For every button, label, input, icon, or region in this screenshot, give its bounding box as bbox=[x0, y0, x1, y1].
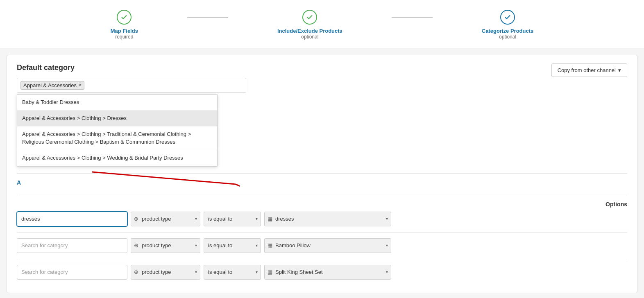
step-connector-1 bbox=[187, 17, 228, 18]
value-select-wrapper-0: ▦ dresses ▾ bbox=[264, 212, 391, 226]
step-include-exclude[interactable]: Include/Exclude Products optional bbox=[277, 10, 342, 40]
rule-search-2[interactable] bbox=[17, 265, 127, 280]
options-label: Options bbox=[605, 201, 627, 208]
divider-4 bbox=[17, 259, 627, 259]
operator-select-0[interactable]: is equal to bbox=[204, 212, 261, 226]
copy-from-channel-button[interactable]: Copy from other channel ▾ bbox=[551, 63, 627, 77]
main-content: Default category Copy from other channel… bbox=[7, 55, 637, 293]
step-map-fields-circle bbox=[117, 10, 132, 25]
step-include-exclude-subtitle: optional bbox=[277, 34, 342, 40]
product-type-select-1[interactable]: product type bbox=[131, 238, 200, 253]
divider-3 bbox=[17, 232, 627, 233]
product-type-select-wrapper-0: ⊕ product type ▾ bbox=[131, 212, 200, 226]
copy-btn-chevron: ▾ bbox=[618, 67, 621, 73]
default-category-tag: Apparel & Accessories × bbox=[20, 81, 84, 90]
section-a-label: A bbox=[17, 179, 21, 186]
value-select-0[interactable]: dresses bbox=[264, 212, 391, 226]
rules-header: Options bbox=[17, 201, 627, 208]
step-categorize-circle bbox=[500, 10, 515, 25]
value-select-wrapper-1: ▦ Bamboo Pillow ▾ bbox=[264, 238, 391, 253]
step-map-fields-subtitle: required bbox=[111, 34, 138, 40]
stepper: Map Fields required Include/Exclude Prod… bbox=[0, 0, 644, 48]
tag-close-button[interactable]: × bbox=[78, 82, 82, 88]
dropdown-item-3[interactable]: Apparel & Accessories > Clothing > Weddi… bbox=[17, 150, 217, 166]
operator-select-wrapper-2: is equal to ▾ bbox=[204, 265, 261, 280]
rule-row-2: ⊕ product type ▾ is equal to ▾ ▦ Split K… bbox=[17, 265, 627, 280]
category-dropdown: Baby & Toddler Dresses Apparel & Accesso… bbox=[17, 94, 218, 167]
section-title: Default category bbox=[17, 63, 627, 72]
step-map-fields-title: Map Fields bbox=[111, 28, 138, 34]
operator-select-1[interactable]: is equal to bbox=[204, 238, 261, 253]
step-categorize[interactable]: Categorize Products optional bbox=[482, 10, 533, 40]
operator-select-wrapper-1: is equal to ▾ bbox=[204, 238, 261, 253]
step-include-exclude-circle bbox=[302, 10, 317, 25]
step-connector-2 bbox=[392, 17, 433, 18]
dropdown-scroll[interactable]: Baby & Toddler Dresses Apparel & Accesso… bbox=[17, 95, 217, 166]
divider-1 bbox=[17, 173, 627, 174]
rule-search-0[interactable] bbox=[17, 212, 127, 226]
tag-label: Apparel & Accessories bbox=[23, 82, 77, 88]
step-include-exclude-title: Include/Exclude Products bbox=[277, 28, 342, 34]
value-select-wrapper-2: ▦ Split King Sheet Set ▾ bbox=[264, 265, 391, 280]
dropdown-item-1[interactable]: Apparel & Accessories > Clothing > Dress… bbox=[17, 111, 217, 126]
step-map-fields[interactable]: Map Fields required bbox=[111, 10, 138, 40]
copy-btn-label: Copy from other channel bbox=[558, 67, 616, 73]
product-type-select-2[interactable]: product type bbox=[131, 265, 200, 280]
dropdown-item-0[interactable]: Baby & Toddler Dresses bbox=[17, 95, 217, 111]
step-categorize-subtitle: optional bbox=[482, 34, 533, 40]
step-categorize-title: Categorize Products bbox=[482, 28, 533, 34]
operator-select-2[interactable]: is equal to bbox=[204, 265, 261, 280]
divider-2 bbox=[17, 195, 627, 195]
operator-select-wrapper-0: is equal to ▾ bbox=[204, 212, 261, 226]
product-type-select-0[interactable]: product type bbox=[131, 212, 200, 226]
product-type-select-wrapper-1: ⊕ product type ▾ bbox=[131, 238, 200, 253]
product-type-select-wrapper-2: ⊕ product type ▾ bbox=[131, 265, 200, 280]
default-category-input[interactable]: Apparel & Accessories × bbox=[17, 78, 246, 93]
rule-row-1: ⊕ product type ▾ is equal to ▾ ▦ Bamboo … bbox=[17, 238, 627, 253]
rule-search-1[interactable] bbox=[17, 238, 127, 253]
value-select-2[interactable]: Split King Sheet Set bbox=[264, 265, 391, 280]
rule-row-0: ⊕ product type ▾ is equal to ▾ ▦ dresses… bbox=[17, 212, 627, 226]
dropdown-item-2[interactable]: Apparel & Accessories > Clothing > Tradi… bbox=[17, 126, 217, 150]
value-select-1[interactable]: Bamboo Pillow bbox=[264, 238, 391, 253]
